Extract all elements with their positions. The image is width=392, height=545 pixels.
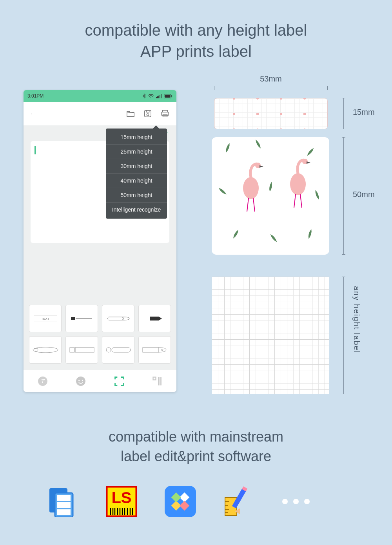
wifi-icon — [148, 94, 154, 98]
software-icon-diamond — [165, 486, 196, 517]
svg-line-43 — [294, 194, 296, 208]
software-icon-ruler-pencil — [223, 486, 255, 517]
text-cursor — [34, 146, 36, 154]
svg-rect-23 — [112, 348, 131, 352]
svg-point-30 — [82, 380, 83, 381]
phone-status-bar: 3:01PM — [24, 90, 176, 102]
printer-icon[interactable] — [161, 109, 169, 118]
dimension-width-line — [214, 88, 328, 88]
svg-point-22 — [106, 348, 111, 352]
dimension-50-label: 50mm — [353, 190, 375, 199]
tab-emoji[interactable] — [75, 376, 86, 387]
dimension-15-label: 15mm — [353, 108, 375, 117]
template-1-label: TEXT — [34, 315, 57, 322]
svg-rect-1 — [156, 97, 157, 98]
svg-rect-15 — [71, 317, 75, 320]
headline-line-2: APP prints label — [0, 41, 392, 62]
svg-point-0 — [151, 97, 151, 98]
subheadline-line-1: compatible with mainstream — [0, 427, 392, 447]
template-2[interactable] — [65, 305, 98, 332]
svg-rect-17 — [150, 317, 159, 320]
svg-rect-32 — [154, 377, 156, 379]
status-time: 3:01PM — [27, 93, 44, 99]
software-icon-labelgrid — [47, 486, 78, 517]
template-4[interactable] — [138, 305, 171, 332]
svg-rect-48 — [57, 502, 71, 508]
label-canvas[interactable]: 15mm height 25mm height 30mm height 40mm… — [31, 141, 169, 243]
app-tabbar: T — [24, 370, 176, 392]
software-icons-row: LS — [47, 486, 310, 517]
template-8[interactable] — [138, 336, 171, 364]
svg-rect-4 — [160, 95, 160, 98]
svg-rect-13 — [162, 112, 169, 115]
page-headline: compatible with any height label APP pri… — [0, 20, 392, 62]
back-icon[interactable] — [31, 109, 32, 118]
software-icon-ls: LS — [106, 486, 137, 517]
svg-rect-21 — [75, 348, 94, 352]
svg-point-11 — [147, 114, 149, 116]
subheadline-line-2: label edit&print software — [0, 447, 392, 466]
height-option-30[interactable]: 30mm height — [106, 159, 167, 174]
template-grid: TEXT — [24, 299, 176, 369]
height-option-25[interactable]: 25mm height — [106, 145, 167, 159]
dimension-50-line — [343, 137, 344, 255]
svg-rect-33 — [158, 377, 159, 385]
battery-icon — [164, 94, 172, 98]
signal-icon — [156, 94, 162, 98]
tab-barcode[interactable] — [152, 376, 163, 387]
svg-point-41 — [290, 173, 306, 195]
tab-text[interactable]: T — [37, 376, 48, 387]
app-toolbar — [24, 102, 176, 125]
svg-line-40 — [253, 198, 255, 212]
template-3[interactable] — [102, 305, 134, 332]
height-option-15[interactable]: 15mm height — [106, 130, 167, 145]
svg-text:LS: LS — [111, 489, 131, 506]
more-icon — [282, 499, 310, 504]
svg-point-19 — [35, 348, 38, 351]
svg-rect-36 — [162, 377, 162, 385]
page-subheadline: compatible with mainstream label edit&pr… — [0, 427, 392, 467]
template-6[interactable] — [65, 336, 98, 364]
dimension-width-label: 53mm — [214, 74, 328, 83]
svg-rect-49 — [57, 509, 71, 515]
svg-line-39 — [247, 198, 249, 212]
dimension-any-line — [343, 277, 344, 394]
height-dropdown: 15mm height 25mm height 30mm height 40mm… — [106, 129, 167, 219]
label-sample-50mm — [212, 137, 329, 255]
template-5[interactable] — [29, 336, 62, 364]
phone-mockup: 3:01PM 25mm height 15mm height 25mm heig… — [24, 90, 176, 392]
svg-line-44 — [300, 194, 302, 208]
folder-icon[interactable] — [126, 109, 135, 118]
svg-rect-5 — [161, 94, 162, 98]
svg-rect-47 — [57, 495, 71, 501]
svg-point-37 — [243, 177, 259, 199]
svg-rect-8 — [171, 95, 172, 97]
svg-point-18 — [33, 347, 58, 353]
tab-frame[interactable] — [114, 376, 125, 387]
label-sample-anyheight — [212, 277, 329, 394]
height-option-auto[interactable]: Intelligent recognize — [106, 203, 167, 217]
height-option-40[interactable]: 40mm height — [106, 174, 167, 188]
dimension-any-label: any height label — [352, 286, 361, 353]
svg-rect-2 — [157, 96, 158, 98]
bluetooth-icon — [142, 94, 146, 98]
svg-rect-24 — [143, 348, 158, 352]
save-disk-icon[interactable] — [143, 109, 152, 118]
template-1[interactable]: TEXT — [29, 305, 62, 332]
height-option-50[interactable]: 50mm height — [106, 188, 167, 203]
status-icons — [142, 94, 172, 98]
svg-rect-20 — [70, 348, 74, 352]
label-sample-15mm — [214, 98, 328, 129]
svg-rect-62 — [165, 486, 196, 517]
svg-rect-7 — [165, 94, 171, 97]
svg-point-29 — [78, 380, 80, 381]
template-7[interactable] — [102, 336, 134, 364]
headline-line-1: compatible with any height label — [0, 20, 392, 41]
svg-rect-3 — [158, 96, 159, 98]
svg-point-25 — [162, 349, 163, 351]
svg-point-28 — [76, 377, 85, 386]
svg-rect-34 — [160, 377, 160, 385]
svg-rect-35 — [160, 377, 161, 385]
dimension-15-line — [343, 98, 344, 129]
